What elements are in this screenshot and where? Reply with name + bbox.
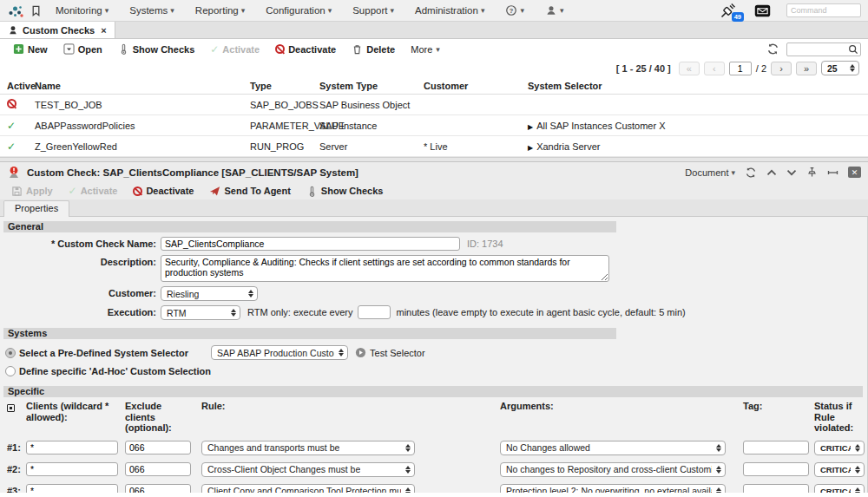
table-row[interactable]: ✓ Z_GreenYellowRed RUN_PROG Server * Liv…: [0, 136, 868, 157]
refresh-icon[interactable]: [766, 43, 779, 56]
system-selector-select[interactable]: SAP ABAP Production Customer Y: [211, 345, 348, 360]
status-select[interactable]: CRITICAL: [814, 484, 865, 493]
show-checks-button[interactable]: Show Checks: [300, 186, 390, 197]
chevron-down-icon: ▾: [436, 45, 440, 54]
menu-monitoring[interactable]: Monitoring▾: [48, 5, 116, 16]
col-type[interactable]: Type: [250, 81, 319, 91]
next-page-button[interactable]: ›: [771, 62, 792, 75]
menu-systems[interactable]: Systems▾: [122, 5, 182, 16]
tag-input[interactable]: [743, 441, 809, 454]
exclude-clients-input[interactable]: [125, 462, 191, 476]
detail-actions: Apply ✓Activate Deactivate Send To Agent…: [0, 182, 868, 199]
status-select[interactable]: CRITICAL: [814, 462, 865, 477]
argument-select[interactable]: No changes to Repository and cross-clien…: [500, 462, 726, 477]
help-menu[interactable]: ▾: [497, 4, 532, 16]
execution-hint-after: minutes (leave empty to execute in agent…: [396, 305, 685, 317]
tag-input[interactable]: [743, 484, 809, 493]
refresh-icon[interactable]: [745, 167, 757, 179]
cell-selector: All SAP Instances Customer X: [536, 121, 665, 131]
check-icon: ✓: [210, 43, 219, 56]
apply-button: Apply: [5, 186, 59, 197]
plus-icon: [13, 43, 24, 55]
col-system-selector[interactable]: System Selector: [528, 81, 868, 91]
command-input[interactable]: [786, 3, 861, 17]
customer-select[interactable]: Riesling: [161, 286, 258, 301]
exclude-clients-input[interactable]: [125, 484, 191, 493]
rule-select[interactable]: Cross-Client Object Changes must be: [201, 462, 415, 477]
table-row[interactable]: ✓ ABAPPasswordPolicies PARAMETER_VALUE S…: [0, 115, 868, 136]
chevron-down-icon: ▾: [241, 6, 246, 15]
show-checks-button[interactable]: Show Checks: [112, 43, 201, 55]
clients-input[interactable]: [26, 484, 118, 493]
tab-properties[interactable]: Properties: [3, 200, 69, 217]
chevron-down-icon[interactable]: [786, 169, 797, 176]
page-input[interactable]: [729, 62, 752, 75]
col-name[interactable]: Name: [35, 81, 250, 91]
table-row[interactable]: TEST_BO_JOB SAP_BO_JOBS SAP Business Obj…: [0, 95, 868, 115]
argument-select[interactable]: Protection level 2: No overwriting, no e…: [500, 484, 726, 493]
exclude-clients-input[interactable]: [125, 441, 191, 454]
execution-label: Execution:: [0, 305, 161, 317]
page-size-select[interactable]: 25: [821, 61, 859, 75]
pin-icon[interactable]: [806, 167, 818, 178]
col-customer[interactable]: Customer: [424, 81, 528, 91]
no-entry-icon: [133, 186, 142, 196]
col-system-type[interactable]: System Type: [319, 81, 424, 91]
messages-button[interactable]: [754, 4, 771, 17]
tab-custom-checks[interactable]: Custom Checks ×: [0, 22, 115, 38]
send-to-agent-button[interactable]: Send To Agent: [203, 186, 296, 197]
close-panel-button[interactable]: ✕: [848, 167, 861, 178]
more-button[interactable]: More▾: [404, 44, 446, 55]
col-arguments: Arguments:: [500, 401, 726, 412]
tag-input[interactable]: [743, 462, 809, 476]
top-nav: Monitoring▾ Systems▾ Reporting▾ Configur…: [0, 0, 868, 22]
col-tag: Tag:: [743, 401, 809, 412]
select-all-checkbox[interactable]: [7, 404, 15, 412]
test-selector-label[interactable]: Test Selector: [370, 348, 425, 358]
user-menu[interactable]: ▾: [537, 4, 572, 16]
status-active-icon: ✓: [7, 141, 16, 153]
new-button[interactable]: New: [7, 43, 54, 55]
rule-select[interactable]: Client Copy and Comparison Tool Protecti…: [201, 484, 415, 493]
cell-customer: * Live: [424, 141, 528, 152]
test-selector-play-icon[interactable]: [355, 347, 366, 358]
execution-select[interactable]: RTM: [161, 305, 240, 320]
document-menu[interactable]: Document▾: [685, 167, 735, 178]
menu-support[interactable]: Support▾: [345, 5, 402, 16]
delete-button[interactable]: Delete: [345, 43, 401, 55]
close-tab-icon[interactable]: ×: [101, 25, 106, 36]
page-range: [ 1 - 25 / 40 ]: [616, 63, 671, 74]
bookmark-icon[interactable]: [30, 4, 43, 17]
menu-administration[interactable]: Administration▾: [407, 5, 492, 16]
detach-icon[interactable]: [827, 170, 838, 175]
menu-reporting[interactable]: Reporting▾: [187, 5, 253, 16]
section-systems: Systems: [3, 328, 616, 339]
floppy-icon: [11, 186, 23, 197]
deactivate-button[interactable]: Deactivate: [269, 44, 342, 55]
activate-button: ✓Activate: [204, 43, 266, 56]
chevron-up-icon[interactable]: [766, 169, 777, 176]
last-page-button[interactable]: »: [796, 62, 817, 75]
status-select[interactable]: CRITICAL: [814, 441, 865, 455]
menu-configuration[interactable]: Configuration▾: [258, 5, 339, 16]
adhoc-selection-radio[interactable]: [5, 366, 16, 376]
agent-notifications[interactable]: 49: [720, 2, 737, 19]
argument-select[interactable]: No Changes allowed: [500, 441, 726, 455]
select-arrows-icon: [405, 444, 411, 452]
description-textarea[interactable]: Security, Compliance & Auditing: Checks …: [161, 255, 609, 282]
detail-header: Custom Check: SAP_ClientsCompliance [SAP…: [0, 162, 868, 182]
predefined-selector-radio[interactable]: [5, 348, 16, 358]
chevron-down-icon: ▾: [560, 6, 564, 15]
table-header: Active Name Type System Type Customer Sy…: [0, 77, 868, 95]
thermometer-icon: [118, 43, 129, 55]
col-active[interactable]: Active: [7, 81, 35, 91]
custom-check-name-input[interactable]: [161, 237, 460, 251]
deactivate-button[interactable]: Deactivate: [127, 186, 200, 196]
clients-input[interactable]: [26, 462, 118, 476]
open-button[interactable]: Open: [57, 43, 108, 55]
clients-input[interactable]: [26, 441, 118, 454]
execution-minutes-input[interactable]: [358, 305, 391, 319]
status-active-icon: ✓: [7, 120, 16, 132]
rule-select[interactable]: Changes and transports must be: [201, 441, 415, 455]
search-icon[interactable]: [848, 44, 858, 55]
